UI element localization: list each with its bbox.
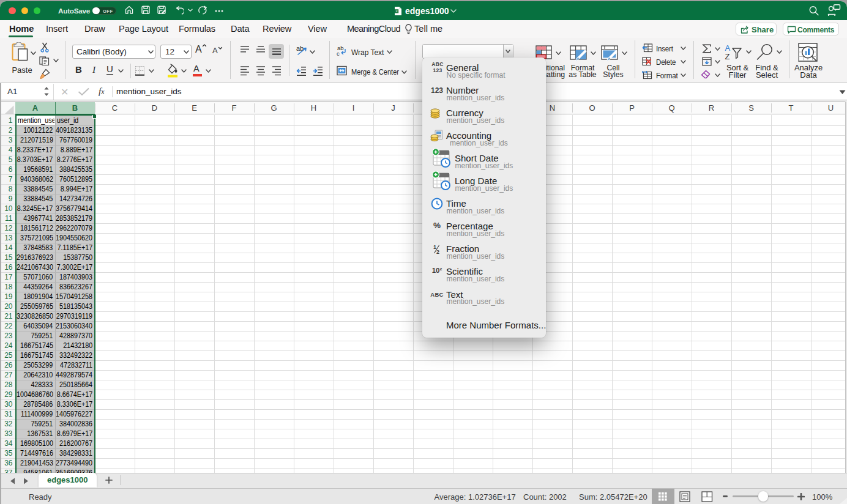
svg-text:x: x (396, 9, 398, 13)
svg-text:A: A (195, 44, 202, 54)
svg-text:c: c (337, 50, 340, 56)
svg-text:A: A (725, 43, 731, 53)
svg-text:Z: Z (725, 52, 730, 61)
svg-text:A: A (212, 46, 218, 55)
svg-text:2: 2 (436, 249, 439, 254)
